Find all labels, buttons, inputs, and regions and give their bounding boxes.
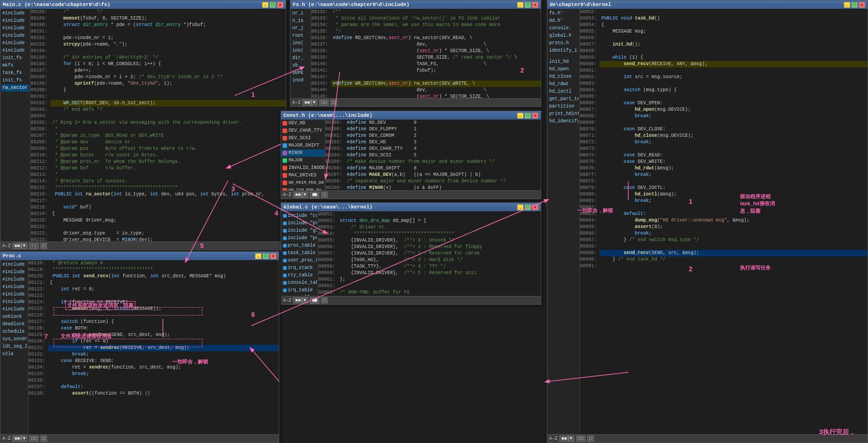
thd-min-button[interactable]: _ (844, 2, 850, 8)
pc-sb3[interactable]: □ (40, 436, 47, 442)
gc-inc-proc[interactable]: include "proc.h" (282, 220, 317, 227)
thd-close-button[interactable]: ✕ (859, 2, 865, 8)
sidebar-include3[interactable]: #include (1, 25, 29, 32)
thd-file-global[interactable]: global.h (548, 32, 579, 40)
fsh-dir[interactable]: dir_ (291, 54, 310, 62)
thd-sym-hd-identify[interactable]: hd_identify (548, 118, 579, 125)
gc-sb2[interactable]: 📖 (310, 297, 319, 304)
pc-inc1[interactable]: #include (1, 261, 27, 268)
sym-dev-hd[interactable]: DEV_HD (281, 120, 325, 127)
gc-console-table[interactable]: console_table (282, 279, 317, 287)
pc-close-button[interactable]: ✕ (270, 253, 276, 259)
gc-sb3[interactable]: □ (321, 297, 328, 303)
pc-v2la[interactable]: v2la (1, 350, 27, 358)
sidebar-init-fs2[interactable]: init_fs (1, 77, 29, 84)
thd-file-fsh[interactable]: fs.h' (548, 10, 579, 17)
max-button[interactable]: □ (269, 2, 276, 8)
ch-sb2[interactable]: 📖 (310, 192, 319, 198)
gc-max-button[interactable]: □ (525, 204, 531, 210)
sym-dev-char-tty[interactable]: DEV_CHAR_TTY (281, 127, 325, 134)
gc-task-table[interactable]: task_table (282, 249, 317, 257)
sidebar-include1[interactable]: #include (1, 10, 29, 17)
thd-sym-partition[interactable]: partition (548, 103, 579, 110)
gc-inc-global[interactable]: include "global. (282, 227, 317, 235)
close-button[interactable]: ✕ (277, 2, 283, 8)
pc-inc5[interactable]: #include (1, 291, 27, 298)
fsh-max-button[interactable]: □ (525, 2, 531, 8)
sym-invalid-inode[interactable]: INVALID_INODE (281, 164, 325, 172)
pc-unblock[interactable]: unblock (1, 313, 27, 321)
pc-ldt-seg[interactable]: ldt_seg_l (1, 343, 27, 350)
fsh-root[interactable]: root (291, 32, 310, 40)
gc-min-button[interactable]: _ (517, 204, 524, 210)
thd-sym-init-hd[interactable]: init_hd (548, 58, 579, 66)
fsh-close-button[interactable]: ✕ (532, 2, 538, 8)
thd-file-proto[interactable]: proto.h (548, 40, 579, 47)
fsh-n-1s[interactable]: n_1s (291, 17, 310, 25)
min-button[interactable]: _ (262, 2, 269, 8)
pc-sys-sendr[interactable]: sys_sendr (1, 336, 27, 343)
fsh-sb1[interactable]: ■■|▼ (303, 100, 317, 106)
ch-close-button[interactable]: ✕ (532, 113, 538, 119)
pc-schedule[interactable]: schedule (1, 328, 27, 336)
statusbar-btn2[interactable]: ↑↓ (29, 243, 39, 249)
fsh-sb[interactable]: sb. (291, 62, 310, 69)
pc-min-button[interactable]: _ (255, 253, 262, 259)
sym-max-drives[interactable]: MAX_DRIVES (281, 172, 325, 179)
gc-proc-table[interactable]: proc_table (282, 242, 317, 249)
pc-inc7[interactable]: #include (1, 306, 27, 313)
fsh-min-button[interactable]: _ (517, 2, 524, 8)
statusbar-btn3[interactable]: □ (40, 243, 47, 249)
pc-inc3[interactable]: #include (1, 276, 27, 283)
sym-nr-prim-per-dr[interactable]: NR_PRIM_PER_DR (281, 179, 325, 187)
sidebar-include5[interactable]: #include (1, 40, 29, 47)
thd-file-identify[interactable]: identify_i (548, 47, 579, 54)
sidebar-include2[interactable]: #include (1, 17, 29, 25)
fsh-nr-i[interactable]: nr_i (291, 10, 310, 17)
thd-sym-hd-open[interactable]: hd_open (548, 66, 579, 73)
ch-sb3[interactable]: □ (321, 192, 328, 198)
sym-major[interactable]: MAJOR (281, 157, 325, 164)
fsh-supe[interactable]: SUPE (291, 69, 310, 77)
pc-inc6[interactable]: #include (1, 298, 27, 306)
thd-sym-hd-ioctl[interactable]: hd_ioctl (548, 88, 579, 95)
pc-inc2[interactable]: #include (1, 268, 27, 276)
sym-major-shift[interactable]: MAJOR_SHIFT (281, 142, 325, 149)
thd-sb3[interactable]: □ (587, 436, 594, 442)
fsh-nr-j[interactable]: nr_j (291, 25, 310, 32)
sym-nr-sim[interactable]: NR SIM PRR PA (281, 187, 325, 190)
pc-max-button[interactable]: □ (262, 253, 269, 259)
thd-sym-get-part[interactable]: get_part_table (548, 95, 579, 103)
pc-sb2[interactable]: □□ (29, 436, 39, 442)
gc-inc-console[interactable]: include "console. (282, 212, 317, 220)
sidebar-task-fs[interactable]: task_fs (1, 69, 29, 77)
pc-sb1[interactable]: ■■|▼ (13, 436, 27, 442)
fsh-ino2[interactable]: ino( (291, 47, 310, 54)
fsh-ino1[interactable]: ino( (291, 40, 310, 47)
thd-sym-hd-rdwt[interactable]: hd_rdwt (548, 81, 579, 88)
sidebar-include4[interactable]: #include (1, 32, 29, 40)
sym-minor[interactable]: MINOR (281, 149, 325, 157)
sym-dev-scsi[interactable]: DEV_SCSI (281, 134, 325, 142)
thd-sb1[interactable]: ■■|▼ (559, 436, 574, 442)
gc-sb1[interactable]: ■■|▼ (293, 297, 308, 303)
sidebar-rw-sector[interactable]: rw_sector (1, 84, 29, 92)
thd-sym-print-hd[interactable]: print_hdinfo (548, 110, 579, 118)
gc-sys-call-table[interactable]: sys_call_table (282, 294, 317, 296)
gc-user-proc[interactable]: user_proc_table (282, 257, 317, 264)
gc-tty-table[interactable]: tty_table (282, 272, 317, 279)
fsh-sb3[interactable]: □ (330, 100, 337, 106)
pc-inc4[interactable]: #include (1, 283, 27, 291)
pc-deadlock[interactable]: deadlock (1, 321, 27, 328)
statusbar-btn1[interactable]: ■■|▼ (13, 243, 27, 249)
thd-max-button[interactable]: □ (851, 2, 858, 8)
ch-max-button[interactable]: □ (525, 113, 531, 119)
sidebar-init-fs[interactable]: init_fs (1, 54, 29, 62)
gc-close-button[interactable]: ✕ (532, 204, 538, 210)
gc-irq-table[interactable]: irq_table (282, 287, 317, 294)
sidebar-mkfs[interactable]: mkfs (1, 62, 29, 69)
fsh-sb2[interactable]: □□ (319, 100, 329, 106)
thd-sym-hd-close[interactable]: hd_close (548, 73, 579, 81)
gc-inc-proto[interactable]: include "proto.h (282, 235, 317, 242)
ch-sb1[interactable]: ■■|▼ (293, 192, 308, 198)
